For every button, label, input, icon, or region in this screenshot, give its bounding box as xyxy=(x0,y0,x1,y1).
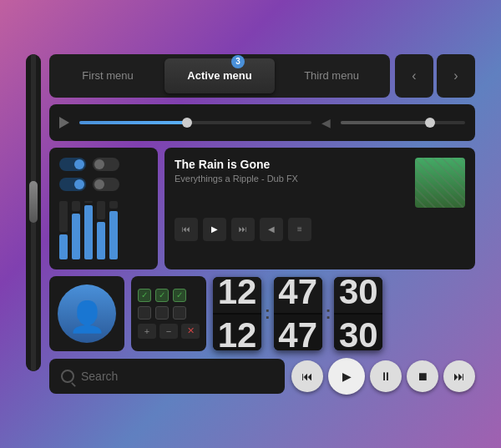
toggle-1[interactable] xyxy=(59,158,86,171)
toggle-knob-4 xyxy=(94,179,104,189)
equalizer-panel xyxy=(49,148,158,269)
toggle-knob-1 xyxy=(74,159,84,169)
notification-badge: 3 xyxy=(231,55,245,68)
toggle-4[interactable] xyxy=(93,178,119,191)
eq-bar-bg-2 xyxy=(72,201,80,211)
clock-seconds-top-num: 30 xyxy=(339,277,378,312)
media-play-button[interactable]: ▶ xyxy=(328,358,365,395)
tab-active[interactable]: 3 Active menu xyxy=(164,58,275,93)
search-box[interactable]: Search xyxy=(49,359,285,394)
music-player: The Rain is Gone Everythings a Ripple - … xyxy=(164,148,475,269)
checkbox-2[interactable] xyxy=(155,289,169,302)
chevron-left-icon: ‹ xyxy=(412,68,416,83)
search-placeholder: Search xyxy=(81,370,118,383)
tab-first[interactable]: First menu xyxy=(53,58,163,93)
eq-bar-fill-4 xyxy=(97,222,105,259)
menu-tabs: First menu 3 Active menu Third menu xyxy=(49,54,390,98)
eq-bar-fill-1 xyxy=(59,234,68,259)
middle-row: The Rain is Gone Everythings a Ripple - … xyxy=(49,148,475,269)
checkbox-4[interactable] xyxy=(138,306,151,320)
clock-hours-bottom: 12 xyxy=(213,314,261,350)
checkbox-grid: + − ✕ xyxy=(138,289,200,339)
add-button[interactable]: + xyxy=(138,324,156,339)
checkbox-5[interactable] xyxy=(155,306,169,320)
checkbox-row-1 xyxy=(138,289,200,302)
minus-button[interactable]: − xyxy=(159,324,178,339)
vertical-scrollbar[interactable] xyxy=(26,54,41,371)
eq-bar-2[interactable] xyxy=(72,201,80,259)
music-mute-button[interactable]: ◀ xyxy=(260,218,283,241)
media-pause-button[interactable]: ⏸ xyxy=(370,360,402,392)
eq-bar-bg-1 xyxy=(59,201,68,232)
checkbox-6[interactable] xyxy=(173,306,186,320)
progress-thumb[interactable] xyxy=(182,118,192,128)
volume-fill xyxy=(341,121,428,124)
ui-panel: First menu 3 Active menu Third menu ‹ › xyxy=(26,54,475,395)
eq-bar-3[interactable] xyxy=(84,201,93,259)
clock-seconds-top: 30 xyxy=(334,277,382,314)
clock-minutes-bottom: 47 xyxy=(274,314,322,350)
clock-minutes-top: 47 xyxy=(274,277,322,314)
album-art xyxy=(415,158,465,208)
menu-bar: First menu 3 Active menu Third menu ‹ › xyxy=(49,54,475,98)
toggle-knob-2 xyxy=(94,159,104,169)
last-row: Search ⏮ ▶ ⏸ ⏹ ⏭ xyxy=(49,358,475,395)
toggle-knob-3 xyxy=(74,179,84,189)
nav-next-button[interactable]: › xyxy=(437,54,475,98)
album-art-image xyxy=(415,158,465,208)
tab-third[interactable]: Third menu xyxy=(276,58,387,93)
media-rewind-button[interactable]: ⏮ xyxy=(291,360,323,392)
music-info: The Rain is Gone Everythings a Ripple - … xyxy=(175,158,465,208)
clock-seconds: 30 30 xyxy=(334,277,382,350)
tab-third-label: Third menu xyxy=(304,69,359,82)
chevron-right-icon: › xyxy=(453,68,458,83)
clock-seconds-bottom: 30 xyxy=(334,314,382,350)
tab-first-label: First menu xyxy=(82,69,133,82)
clock-minutes-bottom-num: 47 xyxy=(278,315,317,350)
eq-bar-fill-2 xyxy=(72,214,80,259)
eq-bar-fill-3 xyxy=(84,205,93,259)
clock-hours-bottom-num: 12 xyxy=(218,315,257,350)
music-text: The Rain is Gone Everythings a Ripple - … xyxy=(175,158,407,184)
media-forward-button[interactable]: ⏭ xyxy=(443,360,475,392)
volume-track[interactable] xyxy=(341,121,465,124)
clock-seconds-bottom-num: 30 xyxy=(339,315,378,350)
play-button[interactable] xyxy=(59,117,69,128)
music-list-button[interactable]: ≡ xyxy=(288,218,311,241)
avatar: 👤 xyxy=(58,284,116,343)
eq-bar-fill-5 xyxy=(109,211,118,259)
music-forward-button[interactable]: ⏭ xyxy=(231,218,255,241)
close-button[interactable]: ✕ xyxy=(181,324,200,339)
toggle-3[interactable] xyxy=(59,178,86,191)
clock-separator-2: : xyxy=(326,304,331,323)
toggle-2[interactable] xyxy=(93,158,119,171)
music-controls: ⏮ ▶ ⏭ ◀ ≡ xyxy=(175,214,465,244)
eq-bar-bg-4 xyxy=(97,201,105,219)
checkbox-1[interactable] xyxy=(138,289,151,302)
progress-fill xyxy=(79,121,184,124)
clock-minutes: 47 47 xyxy=(274,277,322,350)
avatar-panel: 👤 xyxy=(49,276,124,351)
clock-hours: 12 12 xyxy=(213,277,261,350)
progress-track[interactable] xyxy=(79,121,311,124)
bottom-row: 👤 + xyxy=(49,276,475,351)
eq-bar-bg-5 xyxy=(109,201,118,209)
clock-hours-top: 12 xyxy=(213,277,261,314)
volume-thumb[interactable] xyxy=(425,118,435,128)
eq-bar-bg-3 xyxy=(84,201,93,203)
music-play-button[interactable]: ▶ xyxy=(203,218,226,241)
music-title: The Rain is Gone xyxy=(175,158,407,171)
scrollbar-thumb[interactable] xyxy=(29,181,38,223)
mute-icon[interactable]: ◀ xyxy=(321,116,331,129)
checkbox-3[interactable] xyxy=(173,289,186,302)
media-stop-button[interactable]: ⏹ xyxy=(407,360,438,392)
eq-bar-1[interactable] xyxy=(59,201,68,259)
nav-prev-button[interactable]: ‹ xyxy=(395,54,433,98)
checkbox-panel: + − ✕ xyxy=(131,276,206,351)
action-buttons-row: + − ✕ xyxy=(138,324,200,339)
eq-bar-5[interactable] xyxy=(109,201,118,259)
music-rewind-button[interactable]: ⏮ xyxy=(175,218,198,241)
music-artist: Everythings a Ripple - Dub FX xyxy=(175,174,407,184)
eq-bar-4[interactable] xyxy=(97,201,105,259)
main-content: First menu 3 Active menu Third menu ‹ › xyxy=(49,54,475,395)
